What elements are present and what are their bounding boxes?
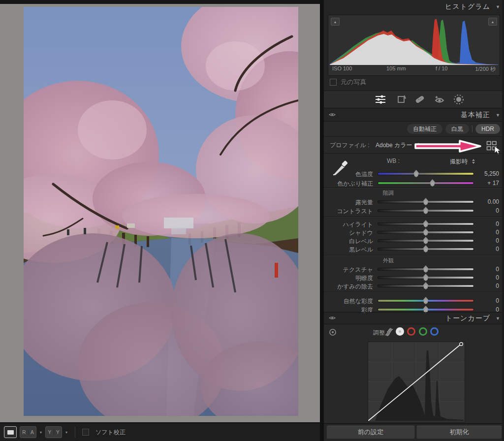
histogram-graph[interactable]: ▲ ▲ ISO 100 105 mm f / 10 1/200 秒 (328, 15, 500, 76)
lightroom-develop-window: RA ▾ YY ▾ ソフト校正 ヒストグラム ▼ ▲ ▲ (0, 0, 504, 441)
highlight-clipping-toggle[interactable]: ▲ (488, 18, 497, 26)
original-photo-checkbox[interactable] (330, 79, 337, 86)
canvas-top-strip (0, 0, 320, 4)
basic-panel-collapse-icon[interactable]: ▼ (496, 113, 500, 118)
texture-value: 0 (496, 266, 499, 273)
shadow-clipping-toggle[interactable]: ▲ (331, 18, 340, 26)
dehaze-thumb[interactable] (423, 282, 429, 289)
exif-info: ISO 100 105 mm f / 10 1/200 秒 (328, 65, 500, 74)
curve-channel-red-button[interactable] (407, 327, 415, 336)
highlights-thumb[interactable] (423, 220, 429, 227)
highlights-slider-row: ハイライト 0 (324, 220, 504, 228)
curve-channel-green-button[interactable] (419, 327, 427, 336)
target-adjustment-icon[interactable] (329, 328, 337, 336)
loupe-view-button[interactable] (4, 426, 17, 438)
basic-top-buttons: 自動補正 白黒 HDR (407, 124, 500, 134)
shadows-slider[interactable] (378, 231, 473, 233)
tone-curve-body: 調整 : (324, 324, 504, 423)
reset-button[interactable]: 初期化 (416, 425, 502, 439)
black-white-button[interactable]: 白黒 (445, 124, 469, 134)
exposure-thumb[interactable] (423, 198, 429, 205)
tone-curve-chart (368, 342, 464, 421)
previous-settings-button[interactable]: 前の設定 (326, 425, 415, 439)
shadows-thumb[interactable] (423, 228, 429, 236)
tone-curve-header[interactable]: トーンカーブ ▼ (324, 312, 504, 324)
original-photo-row: 元の写真 (330, 78, 366, 87)
clarity-value: 0 (496, 274, 499, 281)
blacks-slider[interactable] (378, 248, 473, 250)
wb-updown-icon (472, 159, 475, 164)
vibrance-thumb[interactable] (423, 297, 429, 304)
photo-illustration (24, 7, 298, 416)
exif-aperture: f / 10 (436, 65, 447, 71)
crop-tool-button[interactable] (396, 94, 407, 105)
masking-tool-button[interactable] (453, 94, 464, 105)
vibrance-label: 自然な彩度 (344, 297, 373, 306)
highlights-slider[interactable] (378, 223, 473, 225)
wb-dropdown[interactable]: 撮影時 (450, 158, 475, 166)
exposure-slider[interactable] (378, 201, 473, 203)
clarity-slider[interactable] (378, 277, 473, 279)
tone-curve-title: トーンカーブ (445, 314, 490, 323)
contrast-thumb[interactable] (423, 207, 429, 214)
profile-browser-grid-icon[interactable] (486, 141, 497, 152)
temperature-thumb[interactable] (413, 170, 419, 177)
clarity-slider-row: 明瞭度 0 (324, 273, 504, 282)
before-after-caret-icon[interactable]: ▾ (65, 430, 67, 435)
tint-label: 色かぶり補正 (337, 180, 373, 188)
section-separator (324, 188, 504, 188)
blacks-value: 0 (496, 246, 499, 252)
reference-view-right-label: A (29, 430, 36, 435)
bottom-toolbar: RA ▾ YY ▾ ソフト校正 (0, 422, 320, 441)
whites-value: 0 (496, 237, 499, 244)
whites-slider[interactable] (378, 240, 473, 242)
temperature-slider[interactable] (378, 173, 473, 175)
curve-channel-blue-button[interactable] (430, 327, 439, 336)
blacks-thumb[interactable] (423, 245, 429, 252)
panel-scrollbar[interactable] (502, 0, 504, 441)
toolbar-divider (75, 427, 75, 438)
clarity-thumb[interactable] (423, 274, 429, 281)
curve-channel-luminance-button[interactable] (396, 327, 404, 336)
healing-tool-button[interactable] (414, 94, 425, 105)
tint-slider[interactable] (378, 182, 473, 184)
before-after-button[interactable]: YY (45, 426, 62, 438)
red-eye-tool-button[interactable] (434, 94, 445, 105)
dehaze-slider[interactable] (378, 285, 473, 287)
whites-thumb[interactable] (423, 237, 429, 244)
profile-dropdown[interactable]: Adobe カラー (376, 141, 420, 150)
histogram-title: ヒストグラム (445, 2, 490, 11)
histogram-collapse-icon[interactable]: ▼ (496, 4, 500, 9)
button-separator (472, 126, 472, 132)
tone-curve-graph[interactable] (368, 342, 465, 422)
panel-bottom-buttons: 前の設定 初期化 (324, 423, 504, 441)
vibrance-slider[interactable] (378, 300, 473, 302)
basic-panel-header[interactable]: 基本補正 ▼ (324, 109, 504, 121)
reference-view-caret-icon[interactable]: ▾ (40, 430, 42, 435)
blacks-label: 黒レベル (349, 246, 373, 254)
soft-proof-label: ソフト校正 (95, 428, 126, 437)
saturation-slider[interactable] (378, 309, 473, 311)
basic-panel-eye-toggle[interactable] (329, 112, 336, 119)
contrast-label: コントラスト (337, 207, 373, 216)
exif-focal-length: 105 mm (386, 65, 406, 71)
tone-curve-eye-toggle[interactable] (329, 315, 336, 322)
texture-thumb[interactable] (423, 265, 429, 273)
healing-bandaid-icon (414, 94, 425, 104)
contrast-slider[interactable] (378, 210, 473, 212)
exif-shutter: 1/200 秒 (475, 65, 496, 73)
tint-thumb[interactable] (429, 179, 436, 187)
parametric-curve-icon[interactable] (384, 327, 394, 336)
texture-slider[interactable] (378, 268, 473, 270)
histogram-header[interactable]: ヒストグラム ▼ (324, 0, 504, 14)
reference-view-button[interactable]: RA (20, 426, 36, 438)
soft-proof-checkbox[interactable] (82, 429, 89, 436)
hdr-button[interactable]: HDR (475, 124, 500, 134)
tone-curve-collapse-icon[interactable]: ▼ (496, 316, 500, 321)
auto-correct-button[interactable]: 自動補正 (407, 124, 442, 134)
annotation-arrow (411, 138, 484, 154)
histogram-chart (329, 16, 499, 65)
edit-tool-button[interactable] (375, 94, 386, 105)
texture-slider-row: テクスチャ 0 (324, 265, 504, 274)
dehaze-value: 0 (496, 283, 499, 289)
